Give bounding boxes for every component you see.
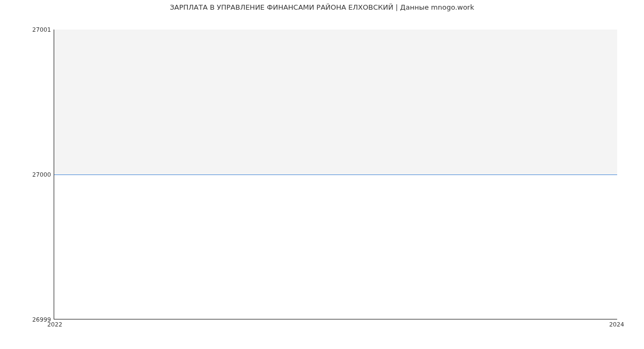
chart-container: ЗАРПЛАТА В УПРАВЛЕНИЕ ФИНАНСАМИ РАЙОНА Е… [0, 0, 644, 349]
x-tick-label: 2024 [609, 321, 624, 328]
y-tick-label: 27000 [3, 171, 51, 178]
plot-area [54, 30, 617, 319]
area-fill [54, 30, 617, 174]
y-tick-label: 27001 [3, 26, 51, 33]
chart-title: ЗАРПЛАТА В УПРАВЛЕНИЕ ФИНАНСАМИ РАЙОНА Е… [0, 3, 644, 11]
y-tick-label: 26999 [3, 316, 51, 323]
x-tick-label: 2022 [47, 321, 62, 328]
data-line [54, 174, 617, 175]
